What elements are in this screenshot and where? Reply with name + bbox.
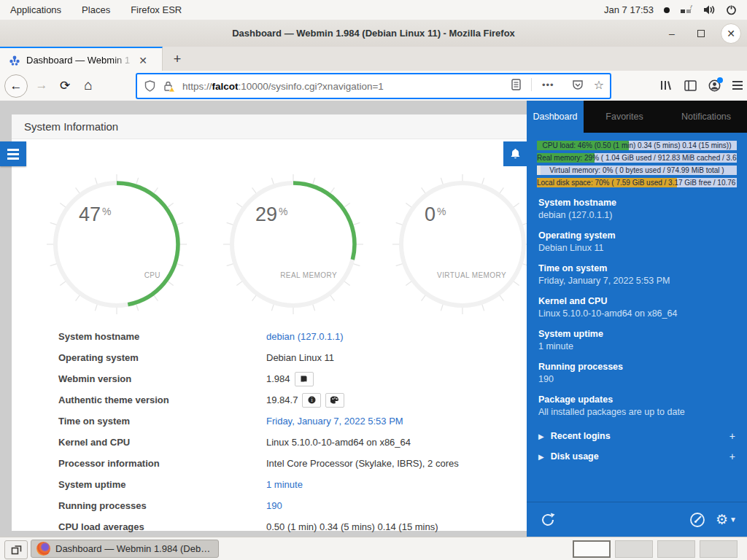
system-information-panel: System Information 47% CPU 29% REAL MEMO… bbox=[0, 101, 527, 537]
reload-button[interactable]: ⟳ bbox=[54, 74, 76, 96]
tab-notifications[interactable]: Notifications bbox=[665, 101, 747, 133]
new-tab-button[interactable]: + bbox=[168, 50, 187, 69]
disk-usage-toggle[interactable]: ▶ Disk usage + bbox=[538, 447, 735, 466]
sidebar-toggle-button[interactable] bbox=[0, 141, 26, 166]
refresh-icon bbox=[540, 512, 556, 528]
library-icon[interactable] bbox=[659, 79, 673, 91]
insecure-lock-icon[interactable] bbox=[163, 80, 175, 93]
caret-down-icon: ▼ bbox=[729, 516, 737, 524]
webmin-changelog-button[interactable] bbox=[295, 372, 314, 386]
processes-link[interactable]: 190 bbox=[266, 500, 282, 511]
windows-icon bbox=[11, 545, 22, 555]
table-row: Running processes190 bbox=[12, 495, 527, 516]
gauge-real-memory-label: REAL MEMORY bbox=[280, 271, 337, 279]
svg-text:?: ? bbox=[689, 5, 692, 11]
firefox-title-bar[interactable]: Dashboard — Webmin 1.984 (Debian Linux 1… bbox=[0, 20, 747, 47]
workspace-1[interactable] bbox=[573, 540, 611, 558]
theme-palette-button[interactable] bbox=[325, 393, 344, 408]
tab-bar: Dashboard — Webmin 1 ✕ + bbox=[0, 47, 747, 71]
list-item: System hostnamedebian (127.0.1.1) bbox=[538, 197, 735, 222]
gnome-top-bar: Applications Places Firefox ESR Jan 7 17… bbox=[0, 0, 747, 20]
tab-close-icon[interactable]: ✕ bbox=[136, 55, 150, 66]
close-window-button[interactable]: ✕ bbox=[721, 23, 741, 44]
hostname-link[interactable]: debian (127.0.1.1) bbox=[266, 331, 344, 342]
url-text[interactable]: https://falcot:10000/sysinfo.cgi?xnaviga… bbox=[182, 81, 384, 92]
recent-logins-expand-icon[interactable]: + bbox=[729, 430, 735, 442]
gear-icon: ⚙ bbox=[716, 513, 728, 526]
table-row: CPU load averages0.50 (1 min) 0.34 (5 mi… bbox=[12, 516, 527, 537]
power-icon[interactable] bbox=[726, 4, 737, 15]
uptime-link[interactable]: 1 minute bbox=[266, 479, 303, 490]
workspace-2[interactable] bbox=[615, 540, 653, 558]
real-memory-bar: Real memory: 29% ( 1.04 GiB used / 912.8… bbox=[537, 153, 737, 163]
urlbar-separator bbox=[531, 78, 532, 91]
clock[interactable]: Jan 7 17:53 bbox=[604, 4, 654, 15]
firefox-esr-menu[interactable]: Firefox ESR bbox=[120, 0, 192, 20]
refresh-button[interactable] bbox=[540, 512, 556, 528]
resource-bars: CPU load: 46% (0.50 (1 min) 0.34 (5 mins… bbox=[537, 141, 737, 187]
table-row: Webmin version1.984 bbox=[12, 368, 527, 389]
network-status-icon[interactable]: ? bbox=[680, 5, 693, 15]
list-item: Time on systemFriday, January 7, 2022 5:… bbox=[538, 262, 735, 287]
menu-hamburger-icon[interactable] bbox=[732, 81, 743, 90]
chevron-right-icon: ▶ bbox=[538, 432, 544, 440]
show-desktop-button[interactable] bbox=[4, 540, 28, 559]
sidebars-icon[interactable] bbox=[684, 80, 697, 91]
maximize-button[interactable] bbox=[692, 24, 711, 43]
url-bar[interactable]: https://falcot:10000/sysinfo.cgi?xnaviga… bbox=[136, 73, 611, 99]
forward-button[interactable]: → bbox=[31, 74, 53, 96]
bell-icon bbox=[510, 148, 521, 160]
workspace-4[interactable] bbox=[700, 540, 738, 558]
account-notification-dot bbox=[717, 77, 723, 83]
gauge-virtual-memory: 0% VIRTUAL MEMORY bbox=[390, 171, 527, 317]
table-row: Operating systemDebian Linux 11 bbox=[12, 347, 527, 368]
taskbar-window-button[interactable]: Dashboard — Webmin 1.984 (Deb… bbox=[31, 540, 219, 558]
list-item: Running processes190 bbox=[538, 361, 735, 386]
back-button[interactable]: ← bbox=[4, 74, 28, 98]
system-monitor-button[interactable] bbox=[689, 512, 705, 528]
bookmark-star-icon[interactable]: ☆ bbox=[594, 78, 604, 92]
list-item: Operating systemDebian Linux 11 bbox=[538, 230, 735, 254]
sidebar-info-list: System hostnamedebian (127.0.1.1) Operat… bbox=[538, 197, 735, 419]
svg-text:i: i bbox=[311, 397, 312, 403]
time-link[interactable]: Friday, January 7, 2022 5:53 PM bbox=[266, 416, 403, 427]
disk-usage-expand-icon[interactable]: + bbox=[729, 451, 735, 462]
window-title: Dashboard — Webmin 1.984 (Debian Linux 1… bbox=[232, 28, 515, 39]
dashboard-sidebar: Dashboard Favorites Notifications CPU lo… bbox=[527, 101, 747, 537]
cpu-load-bar: CPU load: 46% (0.50 (1 min) 0.34 (5 mins… bbox=[537, 141, 737, 150]
page-actions-icon[interactable]: ••• bbox=[542, 79, 554, 90]
tracking-shield-icon[interactable] bbox=[144, 80, 155, 92]
list-item: System uptime1 minute bbox=[538, 328, 735, 353]
webmin-favicon bbox=[9, 55, 20, 66]
screen: Applications Places Firefox ESR Jan 7 17… bbox=[0, 0, 747, 560]
volume-icon[interactable] bbox=[703, 4, 716, 15]
workspace-3[interactable] bbox=[657, 540, 695, 558]
applications-menu[interactable]: Applications bbox=[0, 0, 71, 20]
places-menu[interactable]: Places bbox=[71, 0, 120, 20]
bottom-taskbar: Dashboard — Webmin 1.984 (Deb… bbox=[0, 537, 747, 560]
virtual-memory-bar: Virtual memory: 0% ( 0 bytes used / 974.… bbox=[537, 166, 737, 175]
tab-dashboard[interactable]: Dashboard — Webmin 1 ✕ bbox=[0, 47, 163, 72]
account-icon[interactable] bbox=[708, 79, 721, 92]
reader-mode-icon[interactable] bbox=[511, 79, 521, 90]
tab-favorites[interactable]: Favorites bbox=[584, 101, 665, 133]
minimize-button[interactable]: – bbox=[662, 24, 681, 43]
table-row: Kernel and CPULinux 5.10.0-10-amd64 on x… bbox=[12, 432, 527, 453]
firefox-icon bbox=[36, 542, 50, 556]
browser-toolbar: ← → ⟳ ⌂ https://falcot:10000/sysinfo.cgi… bbox=[0, 71, 747, 101]
recent-logins-toggle[interactable]: ▶ Recent logins + bbox=[538, 427, 735, 446]
tab-dashboard-sidebar[interactable]: Dashboard bbox=[527, 101, 584, 133]
gauge-virtual-memory-value: 0 bbox=[425, 203, 436, 225]
list-item: Kernel and CPULinux 5.10.0-10-amd64 on x… bbox=[538, 295, 735, 320]
webmin-page: System Information 47% CPU 29% REAL MEMO… bbox=[0, 101, 747, 537]
gauge-virtual-memory-label: VIRTUAL MEMORY bbox=[437, 271, 506, 279]
page-title: System Information bbox=[24, 120, 118, 133]
pocket-icon[interactable] bbox=[572, 79, 584, 90]
home-button[interactable]: ⌂ bbox=[77, 74, 99, 96]
settings-button[interactable]: ⚙▼ bbox=[716, 513, 737, 526]
list-item: Package updatesAll installed packages ar… bbox=[538, 394, 735, 419]
gauge-icon bbox=[689, 512, 705, 528]
theme-info-button[interactable]: i bbox=[302, 393, 321, 408]
gauge-real-memory-value: 29 bbox=[255, 203, 277, 225]
notifications-bell-button[interactable] bbox=[503, 141, 527, 166]
